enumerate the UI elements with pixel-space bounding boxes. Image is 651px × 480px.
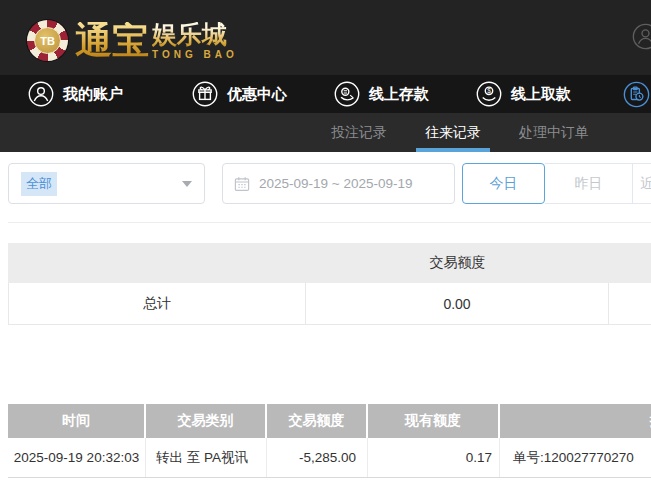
nav-label: 我的账户: [63, 85, 123, 104]
col-header-time: 时间: [8, 404, 146, 438]
chip-monogram: TB: [34, 27, 61, 54]
yesterday-button[interactable]: 昨日: [545, 163, 633, 204]
main-nav: 我的账户 优惠中心: [0, 75, 651, 113]
chevron-down-icon: [182, 181, 192, 187]
withdraw-icon: $: [476, 81, 502, 107]
cell-type: 转出 至 PA视讯: [146, 438, 267, 477]
date-range-picker[interactable]: 2025-09-19 ~ 2025-09-19: [222, 163, 455, 204]
brand-name-sub: 娱乐城: [152, 22, 238, 47]
poker-chip-logo-icon: TB: [27, 20, 68, 61]
brand-name-main: 通宝: [75, 22, 149, 59]
section-divider: [8, 222, 651, 223]
recent-days-button[interactable]: 近7日: [633, 163, 651, 204]
col-header-type: 交易类别: [146, 404, 267, 438]
nav-item-online-deposit[interactable]: 线上存款: [334, 81, 429, 107]
record-tabs: 投注记录 往来记录 处理中订单: [0, 113, 651, 152]
category-selected-value: 全部: [21, 172, 57, 196]
cell-amount: -5,285.00: [267, 438, 368, 477]
page: TB 通宝 娱乐城 TONG BAO: [0, 0, 651, 480]
transaction-records-icon[interactable]: [623, 81, 650, 108]
cell-time: 2025-09-19 20:32:03: [8, 438, 146, 477]
calendar-icon: [234, 176, 250, 192]
site-logo[interactable]: TB 通宝 娱乐城 TONG BAO: [27, 20, 238, 61]
summary-header-amount: 交易额度: [306, 254, 609, 272]
col-header-balance: 现有额度: [368, 404, 500, 438]
col-header-amount: 交易额度: [267, 404, 368, 438]
tab-transaction-records[interactable]: 往来记录: [420, 113, 486, 152]
summary-row-spacer: [609, 283, 651, 324]
summary-total-label: 总计: [9, 283, 306, 324]
brand-name-en: TONG BAO: [152, 49, 238, 60]
nav-label: 线上存款: [369, 85, 429, 104]
quick-date-buttons: 今日 昨日 近7日: [462, 163, 651, 204]
date-range-value: 2025-09-19 ~ 2025-09-19: [259, 176, 413, 191]
promotions-icon: [192, 81, 218, 107]
tab-pending-orders[interactable]: 处理中订单: [514, 113, 594, 152]
table-row: 2025-09-19 20:32:03 转出 至 PA视讯 -5,285.00 …: [8, 438, 651, 478]
cell-note: 单号:120027770270: [500, 438, 651, 477]
summary-table-header: 交易额度: [8, 243, 651, 283]
tab-betting-records[interactable]: 投注记录: [326, 113, 392, 152]
user-profile-icon[interactable]: [632, 23, 651, 50]
summary-total-amount: 0.00: [306, 283, 609, 324]
brand-header: TB 通宝 娱乐城 TONG BAO: [0, 0, 651, 75]
transactions-table-header: 时间 交易类别 交易额度 现有额度 描述: [8, 404, 651, 438]
nav-item-promotions[interactable]: 优惠中心: [192, 81, 287, 107]
today-button[interactable]: 今日: [462, 163, 545, 204]
category-select[interactable]: 全部: [8, 163, 205, 204]
col-header-note: 描述: [500, 404, 651, 438]
nav-label: 线上取款: [511, 85, 571, 104]
nav-item-my-account[interactable]: 我的账户: [28, 81, 123, 107]
account-icon: [28, 81, 54, 107]
summary-table: 交易额度 总计 0.00: [8, 243, 651, 325]
deposit-icon: [334, 81, 360, 107]
cell-balance: 0.17: [368, 438, 500, 477]
transactions-table: 时间 交易类别 交易额度 现有额度 描述 2025-09-19 20:32:03…: [8, 404, 651, 478]
nav-item-online-withdraw[interactable]: $ 线上取款: [476, 81, 571, 107]
summary-total-row: 总计 0.00: [8, 283, 651, 325]
nav-label: 优惠中心: [227, 85, 287, 104]
svg-text:$: $: [487, 87, 491, 94]
